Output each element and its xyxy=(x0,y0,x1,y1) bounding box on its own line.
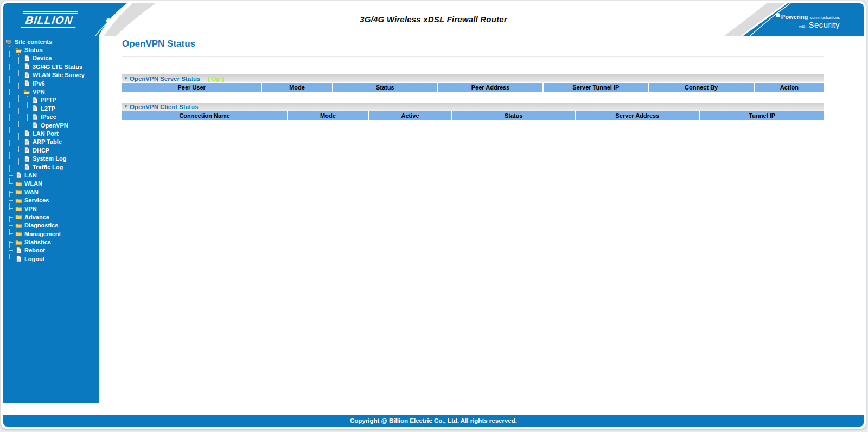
document-icon xyxy=(23,163,30,170)
column-header-status: Status xyxy=(333,83,437,92)
sidebar-item-status[interactable]: Status xyxy=(3,46,99,54)
document-icon xyxy=(23,63,30,70)
document-icon xyxy=(15,247,22,254)
slogan-communications: communications xyxy=(810,15,840,20)
slogan-with: with xyxy=(799,24,806,29)
copyright-text: Copyright @ Billion Electric Co., Ltd. A… xyxy=(350,417,517,424)
computer-icon xyxy=(5,38,12,45)
openvpn-server-status-section: ▼ OpenVPN Server Status [ Up ] Peer User… xyxy=(122,74,824,92)
sidebar-item-3g4g-lte-status[interactable]: 3G/4G LTE Status xyxy=(3,62,99,71)
section-title: OpenVPN Client Status xyxy=(130,104,199,110)
sidebar-item-wan[interactable]: WAN xyxy=(3,188,99,196)
title-divider xyxy=(122,56,824,57)
sidebar-item-status-vpn[interactable]: VPN xyxy=(3,87,99,96)
sidebar-item-statistics[interactable]: Statistics xyxy=(3,238,99,246)
main-content: OpenVPN Status ▼ OpenVPN Server Status [… xyxy=(99,36,864,415)
openvpn-client-status-header[interactable]: ▼ OpenVPN Client Status xyxy=(122,103,824,111)
sidebar-item-dhcp[interactable]: DHCP xyxy=(3,146,99,154)
sidebar-item-logout[interactable]: Logout xyxy=(3,255,99,263)
folder-icon xyxy=(15,222,22,229)
document-icon xyxy=(31,97,39,104)
app-frame: BILLION 3G/4G Wireless xDSL Firewall Rou… xyxy=(3,3,864,427)
openvpn-server-status-header[interactable]: ▼ OpenVPN Server Status [ Up ] xyxy=(122,74,824,82)
column-header-server-tunnel-ip: Server Tunnel IP xyxy=(544,83,648,92)
sidebar-item-services[interactable]: Services xyxy=(3,196,99,204)
document-icon xyxy=(31,105,39,112)
folder-icon xyxy=(15,213,22,220)
sidebar-item-l2tp[interactable]: L2TP xyxy=(3,104,99,112)
column-header-peer-address: Peer Address xyxy=(438,83,542,92)
document-icon xyxy=(23,72,30,79)
sidebar-item-arp-table[interactable]: ARP Table xyxy=(3,138,99,146)
column-header-action: Action xyxy=(755,83,824,92)
column-header-connection-name: Connection Name xyxy=(122,111,287,120)
sidebar-item-reboot[interactable]: Reboot xyxy=(3,246,99,255)
sidebar-item-advance[interactable]: Advance xyxy=(3,213,99,221)
page-title: OpenVPN Status xyxy=(122,39,195,49)
sidebar-item-management[interactable]: Management xyxy=(3,230,99,238)
sidebar-item-wlan[interactable]: WLAN xyxy=(3,180,99,188)
sidebar-item-wlan-site-survey[interactable]: WLAN Site Survey xyxy=(3,71,99,79)
document-icon xyxy=(23,55,30,62)
column-header-active: Active xyxy=(369,111,452,120)
document-icon xyxy=(15,255,22,262)
sidebar-item-openvpn[interactable]: OpenVPN xyxy=(3,121,99,129)
collapse-arrow-icon: ▼ xyxy=(124,105,128,109)
sidebar-navigation: Site contents Status Device 3G/4G LTE St… xyxy=(3,36,99,403)
server-status-table-header: Peer User Mode Status Peer Address Serve… xyxy=(122,83,824,92)
column-header-mode: Mode xyxy=(262,83,331,92)
sidebar-item-lan[interactable]: LAN xyxy=(3,171,99,179)
column-header-tunnel-ip: Tunnel IP xyxy=(700,111,824,120)
slogan-powering: Powering xyxy=(781,14,808,20)
server-status-badge: [ Up ] xyxy=(208,75,224,82)
document-icon xyxy=(31,122,39,129)
brand-slogan: Powering communications with Security xyxy=(781,12,840,30)
document-icon xyxy=(23,138,30,145)
folder-icon xyxy=(15,188,22,195)
site-contents-tree: Site contents Status Device 3G/4G LTE St… xyxy=(3,36,99,403)
slogan-security: Security xyxy=(809,20,840,29)
document-icon xyxy=(15,171,22,179)
section-title: OpenVPN Server Status xyxy=(130,75,200,82)
column-header-mode: Mode xyxy=(288,111,367,120)
folder-icon xyxy=(15,205,22,212)
folder-icon xyxy=(15,230,22,237)
sidebar-item-lan-port[interactable]: LAN Port xyxy=(3,129,99,137)
document-icon xyxy=(23,155,30,162)
column-header-connect-by: Connect By xyxy=(649,83,753,92)
sidebar-item-ipsec[interactable]: IPsec xyxy=(3,113,99,121)
header-banner: BILLION 3G/4G Wireless xDSL Firewall Rou… xyxy=(3,3,864,36)
sidebar-item-ipv6[interactable]: IPv6 xyxy=(3,79,99,87)
folder-icon xyxy=(15,197,22,204)
folder-open-icon xyxy=(15,47,22,54)
document-icon xyxy=(31,113,39,120)
sidebar-item-traffic-log[interactable]: Traffic Log xyxy=(3,163,99,171)
sidebar-item-device[interactable]: Device xyxy=(3,54,99,62)
router-admin-page: BILLION 3G/4G Wireless xDSL Firewall Rou… xyxy=(1,1,866,429)
collapse-arrow-icon: ▼ xyxy=(124,77,128,81)
document-icon xyxy=(23,130,30,137)
sidebar-item-diagnostics[interactable]: Diagnostics xyxy=(3,221,99,230)
footer-copyright-bar: Copyright @ Billion Electric Co., Ltd. A… xyxy=(3,415,864,427)
column-header-server-address: Server Address xyxy=(576,111,699,120)
document-icon xyxy=(23,147,30,154)
folder-open-icon xyxy=(23,88,30,96)
product-title: 3G/4G Wireless xDSL Firewall Router xyxy=(3,15,864,24)
sidebar-item-pptp[interactable]: PPTP xyxy=(3,96,99,104)
openvpn-client-status-section: ▼ OpenVPN Client Status Connection Name … xyxy=(122,103,824,120)
folder-icon xyxy=(15,180,22,187)
client-status-table-header: Connection Name Mode Active Status Serve… xyxy=(122,111,824,120)
sidebar-item-system-log[interactable]: System Log xyxy=(3,154,99,162)
column-header-status: Status xyxy=(452,111,575,120)
folder-icon xyxy=(15,239,22,246)
sidebar-item-vpn[interactable]: VPN xyxy=(3,205,99,213)
sidebar-item-site-contents: Site contents xyxy=(3,37,99,46)
document-icon xyxy=(23,80,30,87)
column-header-peer-user: Peer User xyxy=(122,83,261,92)
